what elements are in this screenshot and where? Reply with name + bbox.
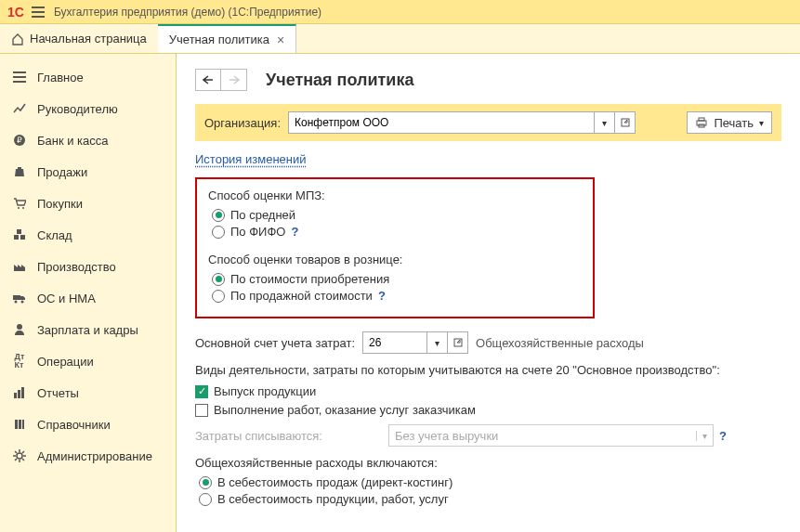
sidebar-item-references[interactable]: Справочники [0,409,176,440]
mpz-group-label: Способ оценки МПЗ: [208,188,582,202]
checkbox-production[interactable] [195,385,208,398]
books-icon [11,416,28,433]
sidebar-item-warehouse[interactable]: Склад [0,219,176,251]
chevron-down-icon: ▾ [759,118,764,128]
svg-rect-13 [21,387,24,398]
open-button[interactable] [615,111,636,134]
dtkt-icon: ДтКт [11,353,28,370]
open-button[interactable] [448,331,468,354]
dropdown-button[interactable]: ▾ [427,331,448,354]
sidebar-item-label: Администрирование [37,449,152,463]
dropdown-button[interactable]: ▾ [595,111,615,134]
svg-rect-15 [19,420,21,429]
printer-icon [695,117,708,128]
sidebar: Главное Руководителю ₽ Банк и касса Прод… [0,54,177,532]
tab-home-label: Начальная страница [30,32,147,45]
main-area: Главное Руководителю ₽ Банк и касса Прод… [0,54,800,532]
sidebar-item-label: ОС и НМА [37,292,96,305]
radio-overhead-cost[interactable] [199,493,212,506]
svg-rect-6 [17,229,21,234]
select-value: Без учета выручки [395,429,498,443]
radio-label: В себестоимость продаж (директ-костинг) [217,475,452,489]
sidebar-item-label: Склад [37,228,72,242]
tab-accounting-policy[interactable]: Учетная политика × [158,24,296,53]
radio-mpz-average[interactable] [212,209,225,222]
radio-label: В себестоимость продукции, работ, услуг [217,492,449,506]
radio-retail-sale[interactable] [212,290,225,303]
titlebar: 1C Бухгалтерия предприятия (демо) (1С:Пр… [0,0,800,24]
tab-home[interactable]: Начальная страница [0,24,158,53]
sidebar-item-production[interactable]: Производство [0,251,176,282]
hamburger-icon[interactable] [32,6,45,18]
account-label: Основной счет учета затрат: [195,336,355,350]
chart-up-icon [11,100,28,117]
svg-rect-5 [20,235,25,240]
person-icon [11,321,28,338]
list-icon [11,69,28,85]
svg-rect-11 [14,393,17,398]
close-icon[interactable]: × [277,32,284,47]
content-area: Учетная политика Организация: ▾ Печать ▾… [177,54,800,532]
svg-point-2 [18,207,20,209]
radio-overhead-direct[interactable] [199,476,212,489]
tabbar: Начальная страница Учетная политика × [0,24,800,54]
history-link[interactable]: История изменений [195,152,307,166]
ruble-icon: ₽ [11,132,28,149]
sidebar-item-label: Производство [37,260,116,274]
sidebar-item-label: Отчеты [37,386,79,400]
organization-row: Организация: ▾ Печать ▾ [195,104,781,141]
svg-point-10 [17,324,22,330]
help-icon[interactable]: ? [378,289,386,303]
bag-icon [11,163,28,180]
bars-icon [11,384,28,401]
sidebar-item-reports[interactable]: Отчеты [0,377,176,409]
sidebar-item-sales[interactable]: Продажи [0,156,176,188]
radio-label: По ФИФО [230,225,285,239]
help-icon[interactable]: ? [719,429,727,443]
truck-icon [11,290,28,306]
cart-icon [11,195,28,212]
radio-label: По продажной стоимости [230,289,373,303]
sidebar-item-manager[interactable]: Руководителю [0,93,176,124]
sidebar-item-label: Банк и касса [37,134,109,148]
page-title: Учетная политика [266,71,413,90]
print-button[interactable]: Печать ▾ [687,111,772,134]
sidebar-item-label: Покупки [37,197,83,211]
app-title: Бухгалтерия предприятия (демо) (1С:Предп… [54,6,321,19]
radio-label: По средней [230,208,295,222]
help-icon[interactable]: ? [291,225,298,239]
sidebar-item-operations[interactable]: ДтКт Операции [0,345,176,377]
radio-mpz-fifo[interactable] [212,226,225,239]
checkbox-label: Выпуск продукции [214,384,316,398]
sidebar-item-main[interactable]: Главное [0,61,176,93]
sidebar-item-label: Справочники [37,418,111,432]
svg-rect-14 [15,420,18,429]
svg-point-17 [17,453,22,459]
back-button[interactable] [195,69,221,91]
factory-icon [11,258,28,275]
print-label: Печать [714,116,754,130]
forward-button[interactable] [221,69,247,91]
svg-point-3 [22,207,24,209]
sidebar-item-bank[interactable]: ₽ Банк и касса [0,124,176,156]
retail-group-label: Способ оценки товаров в рознице: [208,253,582,266]
tab-label: Учетная политика [169,32,269,46]
svg-rect-20 [699,118,704,121]
svg-rect-4 [14,235,19,240]
writeoff-label: Затраты списываются: [195,429,381,443]
sidebar-item-label: Руководителю [37,102,118,116]
account-hint: Общехозяйственные расходы [476,336,644,350]
app-logo: 1C [7,5,24,19]
sidebar-item-assets[interactable]: ОС и НМА [0,282,176,314]
account-input[interactable] [362,331,427,354]
radio-retail-cost[interactable] [212,273,225,286]
sidebar-item-salary[interactable]: Зарплата и кадры [0,314,176,345]
sidebar-item-admin[interactable]: Администрирование [0,440,176,472]
sidebar-item-purchases[interactable]: Покупки [0,188,176,219]
checkbox-services[interactable] [195,404,208,417]
highlighted-section: Способ оценки МПЗ: По средней По ФИФО ? … [195,177,595,318]
organization-input[interactable] [288,111,595,134]
nav-buttons [195,69,247,91]
sidebar-item-label: Операции [37,355,94,369]
activities-label: Виды деятельности, затраты по которым уч… [195,363,781,377]
